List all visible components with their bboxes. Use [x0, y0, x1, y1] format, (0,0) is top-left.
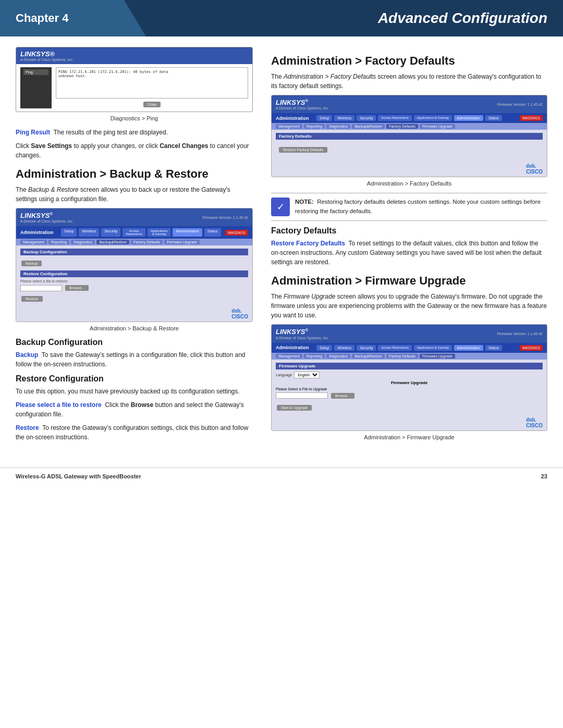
subtab-firmware[interactable]: Firmware Upgrade — [164, 240, 200, 244]
factory-subtab-firmware[interactable]: Firmware Upgrade — [420, 124, 455, 129]
factory-footer: ılıılı.CISCO — [272, 161, 547, 177]
ping-header: LINKSYS® A Division of Cisco Systems, In… — [16, 47, 252, 64]
factory-defaults-intro: The Administration > Factory Defaults sc… — [271, 72, 547, 91]
fw-subtab-management[interactable]: Management — [276, 354, 302, 359]
backup-ui-header: LINKSYS® A Division of Cisco Systems, In… — [16, 208, 252, 226]
backup-body: Backup Configuration Backup Restore Conf… — [16, 245, 252, 306]
cisco-logo-fw: ılıılı.CISCO — [526, 417, 543, 428]
restore-body-text: Restore To restore the Gateway’s configu… — [16, 423, 253, 442]
firmware-body: Firmware Upgrade Language English Firmwa… — [272, 360, 547, 415]
page-header: Chapter 4 Advanced Configuration — [0, 0, 563, 36]
ping-close-row: Close — [56, 101, 248, 108]
factory-subtab-diagnostics[interactable]: Diagnostics — [326, 124, 350, 129]
subtab-diagnostics[interactable]: Diagnostics — [71, 240, 95, 244]
admin-nav-label-factory: Administration — [276, 116, 312, 121]
factory-subtab-management[interactable]: Management — [276, 124, 302, 129]
firmware-ui-header: LINKSYS® A Division of Cisco Systems, In… — [272, 325, 547, 342]
tab-apps[interactable]: Applications & Gaming — [148, 228, 171, 237]
tab-status[interactable]: Status — [204, 228, 221, 237]
factory-tab-status[interactable]: Status — [485, 115, 502, 121]
tab-setup[interactable]: Setup — [61, 228, 77, 237]
factory-caption: Administration > Factory Defaults — [271, 180, 547, 187]
fw-start-button[interactable]: Start to Upgrade — [277, 405, 312, 411]
fw-tab-security[interactable]: Security — [357, 345, 376, 351]
restore-label: Restore — [16, 424, 39, 431]
save-instruction: Click Save Settings to apply your change… — [16, 141, 253, 160]
restore-file-text: Please select a file to restore Click th… — [16, 400, 253, 419]
subtab-reporting[interactable]: Reporting — [48, 240, 69, 244]
factory-restore-button[interactable]: Restore Factory Defaults — [279, 147, 327, 153]
firmware-upgrade-label: Firmware Upgrade — [276, 380, 543, 385]
factory-tab-setup[interactable]: Setup — [316, 115, 332, 121]
subtab-management[interactable]: Management — [20, 240, 47, 244]
factory-subtab-backup[interactable]: Backup&Restore — [352, 124, 385, 129]
fw-browse-button[interactable]: Browse... — [331, 393, 354, 399]
note-icon: ✓ — [271, 198, 290, 216]
factory-tab-apps[interactable]: Applications & Gaming — [414, 115, 452, 121]
linksys-logo-factory: LINKSYS® A Division of Cisco Systems, In… — [276, 98, 329, 110]
fw-subtab-firmware[interactable]: Firmware Upgrade — [420, 354, 455, 359]
ping-result-paragraph: Ping Result The results of the ping test… — [16, 128, 253, 137]
admin-nav-label: Administration — [20, 230, 57, 235]
factory-tab-access[interactable]: Access Restrictions — [378, 115, 411, 121]
right-column: Administration > Factory Defaults The Ad… — [266, 47, 547, 447]
restore-section-label: Restore Configuration — [20, 270, 248, 277]
tab-wireless[interactable]: Wireless — [79, 228, 99, 237]
ping-result-body: The results of the ping test are display… — [53, 129, 167, 136]
fw-tab-setup[interactable]: Setup — [316, 345, 332, 351]
chapter-label: Chapter 4 — [0, 0, 146, 36]
ping-close-button[interactable]: Close — [143, 102, 161, 107]
fw-tab-status[interactable]: Status — [485, 345, 502, 351]
factory-tab-admin[interactable]: Administration — [454, 115, 483, 121]
tab-access[interactable]: Access Restrictions — [123, 228, 145, 237]
subtab-factory[interactable]: Factory Defaults — [131, 240, 163, 244]
model-badge: WAG54GS — [225, 230, 248, 236]
fw-subtab-factory[interactable]: Factory Defaults — [386, 354, 418, 359]
restore-button-wrap: Restore — [20, 293, 248, 303]
fw-tab-access[interactable]: Access Restrictions — [378, 345, 411, 351]
factory-body: Factory Defaults Restore Factory Default… — [272, 130, 547, 161]
note-text: NOTE: Restoring factory defaults deletes… — [295, 198, 547, 216]
firmware-caption: Administration > Firmware Upgrade — [271, 434, 547, 440]
browse-button[interactable]: Browse... — [65, 285, 89, 291]
factory-section-label: Factory Defaults — [276, 133, 543, 140]
tab-security[interactable]: Security — [101, 228, 120, 237]
ping-caption: Diagnostics > Ping — [16, 115, 253, 121]
cisco-logo: ılıılı.CISCO — [231, 308, 248, 319]
factory-nav-bar: Administration Setup Wireless Security A… — [272, 113, 547, 123]
factory-subtabs: Management Reporting Diagnostics Backup&… — [272, 123, 547, 130]
firmware-upgrade-title: Administration > Firmware Upgrade — [271, 274, 547, 288]
restore-intro-text: To use this option, you must have previo… — [16, 387, 253, 396]
ping-screenshot: LINKSYS® A Division of Cisco Systems, In… — [16, 47, 253, 112]
ping-sidebar-item: Ping — [23, 69, 48, 75]
language-row: Language English — [276, 372, 543, 378]
fw-tab-admin[interactable]: Administration — [454, 345, 483, 351]
restore-button[interactable]: Restore — [21, 296, 43, 302]
admin-nav-label-fw: Administration — [276, 345, 312, 350]
fw-subtab-backup[interactable]: Backup&Restore — [352, 354, 385, 359]
restore-desc: To restore the Gateway’s configuration s… — [16, 424, 248, 441]
factory-model-badge: WAG54GS — [520, 115, 543, 121]
fw-file-input[interactable] — [276, 392, 328, 399]
factory-nav-tabs: Setup Wireless Security Access Restricti… — [316, 115, 516, 121]
fw-subtab-reporting[interactable]: Reporting — [304, 354, 325, 359]
restore-file-input[interactable] — [20, 285, 62, 291]
backup-body-text: Backup To save the Gateway’s settings in… — [16, 350, 253, 369]
backup-label: Backup — [16, 351, 38, 359]
fw-model-badge: WAG54GS — [520, 345, 543, 351]
fw-file-row: Browse... — [276, 392, 543, 400]
backup-button[interactable]: Backup — [21, 261, 42, 266]
note-body: Restoring factory defaults deletes custo… — [295, 199, 541, 214]
firmware-section-label: Firmware Upgrade — [276, 363, 543, 369]
factory-subtab-factory[interactable]: Factory Defaults — [386, 124, 418, 129]
subtab-backup[interactable]: Backup&Restore — [96, 240, 129, 244]
left-column: LINKSYS® A Division of Cisco Systems, In… — [16, 47, 266, 447]
fw-tab-wireless[interactable]: Wireless — [334, 345, 354, 351]
tab-admin[interactable]: Administration — [173, 228, 202, 237]
factory-subtab-reporting[interactable]: Reporting — [304, 124, 325, 129]
language-select[interactable]: English — [294, 372, 320, 378]
factory-tab-security[interactable]: Security — [357, 115, 376, 121]
fw-tab-apps[interactable]: Applications & Gaming — [414, 345, 452, 351]
fw-subtab-diagnostics[interactable]: Diagnostics — [326, 354, 350, 359]
factory-tab-wireless[interactable]: Wireless — [334, 115, 354, 121]
